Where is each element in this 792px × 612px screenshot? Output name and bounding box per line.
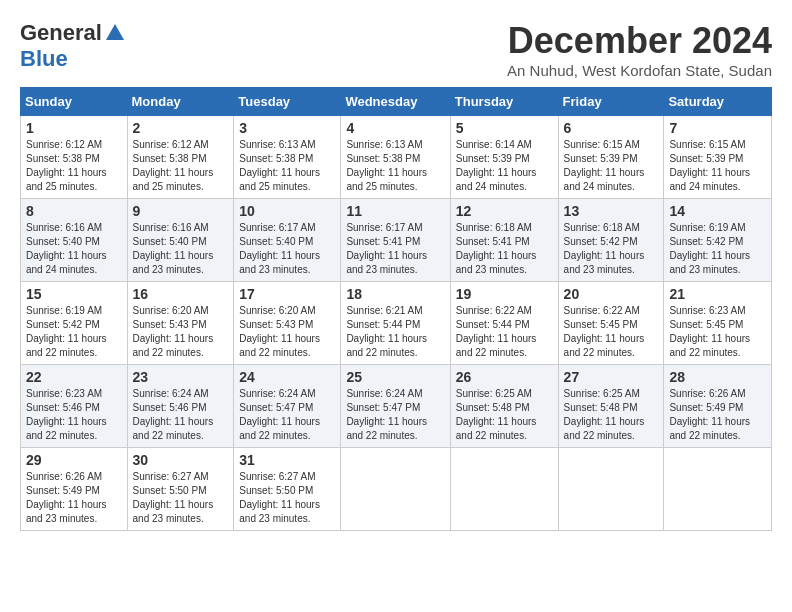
logo-icon bbox=[104, 22, 126, 44]
calendar-week-4: 22Sunrise: 6:23 AM Sunset: 5:46 PM Dayli… bbox=[21, 365, 772, 448]
calendar-cell bbox=[450, 448, 558, 531]
day-info: Sunrise: 6:19 AM Sunset: 5:42 PM Dayligh… bbox=[669, 221, 766, 277]
day-info: Sunrise: 6:25 AM Sunset: 5:48 PM Dayligh… bbox=[456, 387, 553, 443]
day-number: 6 bbox=[564, 120, 659, 136]
day-number: 24 bbox=[239, 369, 335, 385]
day-number: 18 bbox=[346, 286, 444, 302]
calendar-cell: 14Sunrise: 6:19 AM Sunset: 5:42 PM Dayli… bbox=[664, 199, 772, 282]
calendar-cell: 13Sunrise: 6:18 AM Sunset: 5:42 PM Dayli… bbox=[558, 199, 664, 282]
calendar-cell: 27Sunrise: 6:25 AM Sunset: 5:48 PM Dayli… bbox=[558, 365, 664, 448]
day-info: Sunrise: 6:17 AM Sunset: 5:41 PM Dayligh… bbox=[346, 221, 444, 277]
day-info: Sunrise: 6:22 AM Sunset: 5:45 PM Dayligh… bbox=[564, 304, 659, 360]
day-info: Sunrise: 6:13 AM Sunset: 5:38 PM Dayligh… bbox=[239, 138, 335, 194]
day-info: Sunrise: 6:19 AM Sunset: 5:42 PM Dayligh… bbox=[26, 304, 122, 360]
calendar-body: 1Sunrise: 6:12 AM Sunset: 5:38 PM Daylig… bbox=[21, 116, 772, 531]
day-info: Sunrise: 6:18 AM Sunset: 5:42 PM Dayligh… bbox=[564, 221, 659, 277]
day-info: Sunrise: 6:24 AM Sunset: 5:47 PM Dayligh… bbox=[239, 387, 335, 443]
day-info: Sunrise: 6:15 AM Sunset: 5:39 PM Dayligh… bbox=[564, 138, 659, 194]
calendar-cell: 22Sunrise: 6:23 AM Sunset: 5:46 PM Dayli… bbox=[21, 365, 128, 448]
day-number: 3 bbox=[239, 120, 335, 136]
col-saturday: Saturday bbox=[664, 88, 772, 116]
calendar-cell: 17Sunrise: 6:20 AM Sunset: 5:43 PM Dayli… bbox=[234, 282, 341, 365]
calendar-cell: 30Sunrise: 6:27 AM Sunset: 5:50 PM Dayli… bbox=[127, 448, 234, 531]
day-number: 30 bbox=[133, 452, 229, 468]
day-info: Sunrise: 6:16 AM Sunset: 5:40 PM Dayligh… bbox=[133, 221, 229, 277]
page-header: General Blue December 2024 An Nuhud, Wes… bbox=[20, 20, 772, 79]
col-monday: Monday bbox=[127, 88, 234, 116]
day-number: 9 bbox=[133, 203, 229, 219]
day-number: 26 bbox=[456, 369, 553, 385]
calendar-cell: 4Sunrise: 6:13 AM Sunset: 5:38 PM Daylig… bbox=[341, 116, 450, 199]
calendar-cell: 23Sunrise: 6:24 AM Sunset: 5:46 PM Dayli… bbox=[127, 365, 234, 448]
calendar-cell: 25Sunrise: 6:24 AM Sunset: 5:47 PM Dayli… bbox=[341, 365, 450, 448]
calendar-cell: 16Sunrise: 6:20 AM Sunset: 5:43 PM Dayli… bbox=[127, 282, 234, 365]
calendar-cell: 2Sunrise: 6:12 AM Sunset: 5:38 PM Daylig… bbox=[127, 116, 234, 199]
calendar-cell: 6Sunrise: 6:15 AM Sunset: 5:39 PM Daylig… bbox=[558, 116, 664, 199]
day-number: 21 bbox=[669, 286, 766, 302]
day-info: Sunrise: 6:21 AM Sunset: 5:44 PM Dayligh… bbox=[346, 304, 444, 360]
day-info: Sunrise: 6:27 AM Sunset: 5:50 PM Dayligh… bbox=[133, 470, 229, 526]
calendar-cell: 31Sunrise: 6:27 AM Sunset: 5:50 PM Dayli… bbox=[234, 448, 341, 531]
day-number: 14 bbox=[669, 203, 766, 219]
day-info: Sunrise: 6:20 AM Sunset: 5:43 PM Dayligh… bbox=[133, 304, 229, 360]
col-friday: Friday bbox=[558, 88, 664, 116]
day-info: Sunrise: 6:23 AM Sunset: 5:45 PM Dayligh… bbox=[669, 304, 766, 360]
calendar-cell: 20Sunrise: 6:22 AM Sunset: 5:45 PM Dayli… bbox=[558, 282, 664, 365]
calendar-cell: 21Sunrise: 6:23 AM Sunset: 5:45 PM Dayli… bbox=[664, 282, 772, 365]
day-info: Sunrise: 6:22 AM Sunset: 5:44 PM Dayligh… bbox=[456, 304, 553, 360]
day-number: 4 bbox=[346, 120, 444, 136]
logo-blue-text: Blue bbox=[20, 46, 68, 72]
day-number: 19 bbox=[456, 286, 553, 302]
day-number: 28 bbox=[669, 369, 766, 385]
logo-general-text: General bbox=[20, 20, 102, 46]
calendar-cell: 8Sunrise: 6:16 AM Sunset: 5:40 PM Daylig… bbox=[21, 199, 128, 282]
calendar-cell: 12Sunrise: 6:18 AM Sunset: 5:41 PM Dayli… bbox=[450, 199, 558, 282]
day-info: Sunrise: 6:24 AM Sunset: 5:47 PM Dayligh… bbox=[346, 387, 444, 443]
calendar-table: Sunday Monday Tuesday Wednesday Thursday… bbox=[20, 87, 772, 531]
title-block: December 2024 An Nuhud, West Kordofan St… bbox=[507, 20, 772, 79]
day-info: Sunrise: 6:12 AM Sunset: 5:38 PM Dayligh… bbox=[26, 138, 122, 194]
calendar-week-1: 1Sunrise: 6:12 AM Sunset: 5:38 PM Daylig… bbox=[21, 116, 772, 199]
col-tuesday: Tuesday bbox=[234, 88, 341, 116]
day-number: 1 bbox=[26, 120, 122, 136]
days-of-week-row: Sunday Monday Tuesday Wednesday Thursday… bbox=[21, 88, 772, 116]
svg-marker-0 bbox=[106, 24, 124, 40]
day-number: 11 bbox=[346, 203, 444, 219]
calendar-cell bbox=[558, 448, 664, 531]
day-number: 29 bbox=[26, 452, 122, 468]
day-number: 16 bbox=[133, 286, 229, 302]
day-info: Sunrise: 6:16 AM Sunset: 5:40 PM Dayligh… bbox=[26, 221, 122, 277]
location-subtitle: An Nuhud, West Kordofan State, Sudan bbox=[507, 62, 772, 79]
day-number: 5 bbox=[456, 120, 553, 136]
calendar-cell: 28Sunrise: 6:26 AM Sunset: 5:49 PM Dayli… bbox=[664, 365, 772, 448]
day-number: 22 bbox=[26, 369, 122, 385]
calendar-cell: 15Sunrise: 6:19 AM Sunset: 5:42 PM Dayli… bbox=[21, 282, 128, 365]
day-info: Sunrise: 6:17 AM Sunset: 5:40 PM Dayligh… bbox=[239, 221, 335, 277]
day-number: 10 bbox=[239, 203, 335, 219]
day-info: Sunrise: 6:26 AM Sunset: 5:49 PM Dayligh… bbox=[26, 470, 122, 526]
calendar-week-5: 29Sunrise: 6:26 AM Sunset: 5:49 PM Dayli… bbox=[21, 448, 772, 531]
calendar-cell: 7Sunrise: 6:15 AM Sunset: 5:39 PM Daylig… bbox=[664, 116, 772, 199]
day-number: 23 bbox=[133, 369, 229, 385]
day-number: 17 bbox=[239, 286, 335, 302]
calendar-cell: 10Sunrise: 6:17 AM Sunset: 5:40 PM Dayli… bbox=[234, 199, 341, 282]
day-info: Sunrise: 6:27 AM Sunset: 5:50 PM Dayligh… bbox=[239, 470, 335, 526]
calendar-header: Sunday Monday Tuesday Wednesday Thursday… bbox=[21, 88, 772, 116]
calendar-cell: 29Sunrise: 6:26 AM Sunset: 5:49 PM Dayli… bbox=[21, 448, 128, 531]
day-number: 8 bbox=[26, 203, 122, 219]
day-info: Sunrise: 6:23 AM Sunset: 5:46 PM Dayligh… bbox=[26, 387, 122, 443]
month-title: December 2024 bbox=[507, 20, 772, 62]
calendar-cell: 24Sunrise: 6:24 AM Sunset: 5:47 PM Dayli… bbox=[234, 365, 341, 448]
col-sunday: Sunday bbox=[21, 88, 128, 116]
day-number: 25 bbox=[346, 369, 444, 385]
calendar-cell bbox=[664, 448, 772, 531]
day-info: Sunrise: 6:15 AM Sunset: 5:39 PM Dayligh… bbox=[669, 138, 766, 194]
day-info: Sunrise: 6:13 AM Sunset: 5:38 PM Dayligh… bbox=[346, 138, 444, 194]
calendar-week-3: 15Sunrise: 6:19 AM Sunset: 5:42 PM Dayli… bbox=[21, 282, 772, 365]
calendar-cell: 3Sunrise: 6:13 AM Sunset: 5:38 PM Daylig… bbox=[234, 116, 341, 199]
day-number: 20 bbox=[564, 286, 659, 302]
day-number: 12 bbox=[456, 203, 553, 219]
day-info: Sunrise: 6:12 AM Sunset: 5:38 PM Dayligh… bbox=[133, 138, 229, 194]
day-number: 15 bbox=[26, 286, 122, 302]
col-thursday: Thursday bbox=[450, 88, 558, 116]
